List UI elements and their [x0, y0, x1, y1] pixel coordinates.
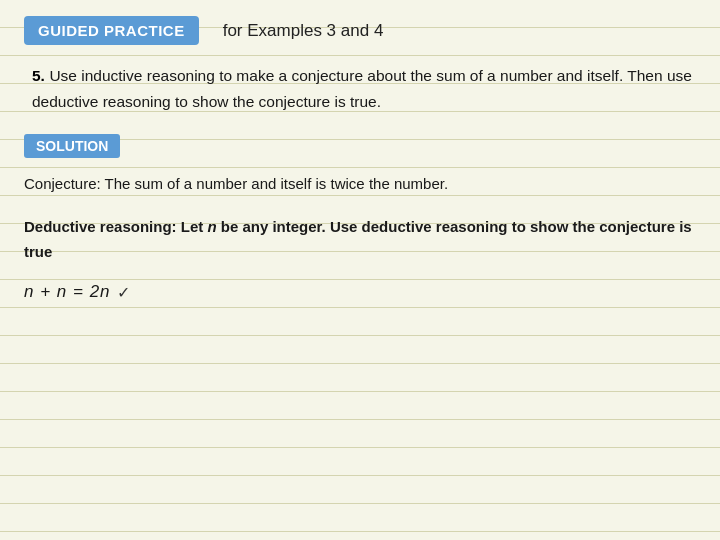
solution-badge: SOLUTION	[24, 134, 120, 158]
page-container: GUIDED PRACTICE for Examples 3 and 4 5. …	[0, 0, 720, 540]
deductive-text: Deductive reasoning: Let n be any intege…	[24, 215, 696, 265]
question-block: 5. Use inductive reasoning to make a con…	[32, 63, 696, 114]
question-number: 5.	[32, 67, 45, 84]
checkmark-icon: ✓	[117, 283, 130, 302]
conjecture-block: Conjecture: The sum of a number and itse…	[24, 172, 696, 197]
deductive-label: Deductive reasoning:	[24, 218, 177, 235]
header-row: GUIDED PRACTICE for Examples 3 and 4	[24, 16, 696, 45]
header-subtitle: for Examples 3 and 4	[223, 21, 384, 41]
question-text: Use inductive reasoning to make a conjec…	[32, 67, 692, 110]
guided-practice-badge: GUIDED PRACTICE	[24, 16, 199, 45]
formula-block: n + n = 2n ✓	[24, 282, 696, 302]
deductive-block: Deductive reasoning: Let n be any intege…	[24, 215, 696, 265]
conjecture-text: Conjecture: The sum of a number and itse…	[24, 172, 696, 197]
formula-text: n + n = 2n	[24, 282, 111, 302]
